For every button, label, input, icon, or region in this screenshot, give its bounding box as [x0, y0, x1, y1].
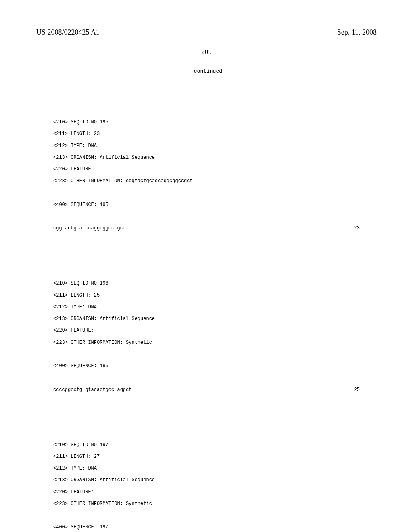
seq-tag: <211> LENGTH: 27: [53, 454, 360, 460]
seq-tag: <211> LENGTH: 25: [53, 293, 360, 299]
sequence-text: ccccggcctg gtacactgcc aggct: [53, 387, 131, 393]
publication-date: Sep. 11, 2008: [337, 28, 377, 37]
sequence-length: 23: [354, 225, 360, 231]
seq-tag: <400> SEQUENCE: 195: [53, 202, 360, 208]
seq-tag: <213> ORGANISM: Artificial Sequence: [53, 477, 360, 483]
seq-block-196: <210> SEQ ID NO 196 <211> LENGTH: 25 <21…: [53, 275, 360, 405]
seq-tag: <210> SEQ ID NO 196: [53, 281, 360, 287]
sequence-listing: <210> SEQ ID NO 195 <211> LENGTH: 23 <21…: [53, 82, 360, 532]
publication-number: US 2008/0220425 A1: [36, 28, 100, 37]
seq-tag: <212> TYPE: DNA: [53, 143, 360, 149]
seq-tag: <213> ORGANISM: Artificial Sequence: [53, 155, 360, 161]
page-header: US 2008/0220425 A1 Sep. 11, 2008: [36, 28, 377, 37]
seq-tag: <212> TYPE: DNA: [53, 304, 360, 310]
sequence-length: 25: [354, 387, 360, 393]
horizontal-rule: [53, 75, 360, 75]
seq-block-197: <210> SEQ ID NO 197 <211> LENGTH: 27 <21…: [53, 436, 360, 532]
seq-tag: <220> FEATURE:: [53, 166, 360, 172]
seq-tag: <223> OTHER INFORMATION: cggtactgcaccagg…: [53, 178, 360, 184]
seq-tag: <400> SEQUENCE: 197: [53, 524, 360, 530]
seq-tag: <220> FEATURE:: [53, 328, 360, 334]
page-number: 209: [36, 48, 377, 56]
sequence-text: cggtactgca ccaggcggcc gct: [53, 225, 126, 231]
seq-tag: <220> FEATURE:: [53, 489, 360, 495]
seq-tag: <213> ORGANISM: Artificial Sequence: [53, 316, 360, 322]
seq-tag: <211> LENGTH: 23: [53, 131, 360, 137]
seq-block-195: <210> SEQ ID NO 195 <211> LENGTH: 23 <21…: [53, 114, 360, 243]
seq-tag: <400> SEQUENCE: 196: [53, 363, 360, 369]
continued-label: -continued: [53, 68, 360, 74]
sequence-line: ccccggcctg gtacactgcc aggct25: [53, 387, 360, 393]
seq-tag: <210> SEQ ID NO 195: [53, 119, 360, 125]
seq-tag: <223> OTHER INFORMATION: Synthetic: [53, 501, 360, 507]
continued-block: -continued: [53, 68, 360, 75]
sequence-line: cggtactgca ccaggcggcc gct23: [53, 225, 360, 231]
seq-tag: <210> SEQ ID NO 197: [53, 442, 360, 448]
seq-tag: <223> OTHER INFORMATION: Synthetic: [53, 340, 360, 346]
seq-tag: <212> TYPE: DNA: [53, 466, 360, 472]
page-container: US 2008/0220425 A1 Sep. 11, 2008 209 -co…: [0, 0, 413, 532]
